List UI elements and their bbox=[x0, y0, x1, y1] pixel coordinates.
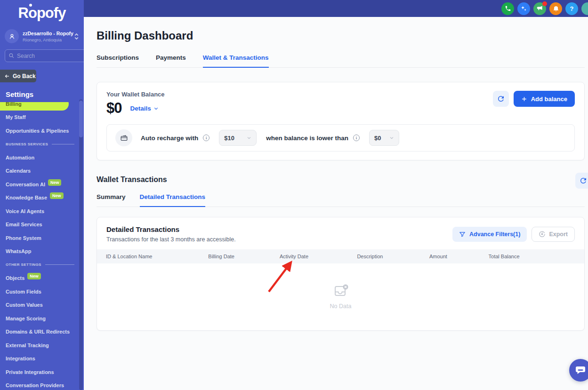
search-icon bbox=[8, 53, 15, 59]
wallet-balance-block: Your Wallet Balance $0 Details bbox=[106, 91, 165, 117]
detailed-transactions-title: Detailed Transactions bbox=[106, 225, 236, 233]
new-badge: New bbox=[50, 192, 64, 199]
settings-menu: Billing My Staff Opportunities & Pipelin… bbox=[0, 102, 84, 390]
sidebar-item-conversation-providers[interactable]: Conversation Providers bbox=[0, 379, 84, 390]
section-other-settings: OTHER SETTINGS bbox=[0, 258, 84, 272]
tab-wallet-transactions[interactable]: Wallet & Transactions bbox=[203, 54, 269, 68]
megaphone-glyph bbox=[537, 5, 543, 12]
recharge-threshold-select[interactable]: $0 bbox=[369, 130, 399, 146]
sidebar-item-custom-fields[interactable]: Custom Fields bbox=[0, 285, 84, 299]
info-icon[interactable]: i bbox=[353, 135, 360, 141]
phone-icon[interactable] bbox=[501, 2, 514, 15]
sidebar-item-phone-system[interactable]: Phone System bbox=[0, 231, 84, 245]
user-avatar[interactable] bbox=[581, 2, 588, 15]
sidebar-item-objects[interactable]: ObjectsNew bbox=[0, 271, 84, 285]
col-activity-date: Activity Date bbox=[280, 254, 357, 259]
sidebar-item-email-services[interactable]: Email Services bbox=[0, 218, 84, 231]
sidebar-item-external-tracking[interactable]: External Tracking bbox=[0, 339, 84, 352]
search-input[interactable] bbox=[17, 53, 84, 59]
no-data-icon bbox=[332, 282, 349, 299]
detailed-transactions-card: Detailed Transactions Transactions for t… bbox=[97, 217, 585, 331]
section-business-services: BUSINESS SERVICES bbox=[0, 137, 84, 151]
person-icon bbox=[8, 32, 16, 40]
chat-bubble-icon bbox=[575, 365, 586, 376]
sidebar-item-automation[interactable]: Automation bbox=[0, 151, 84, 165]
wallet-balance-amount: $0 bbox=[106, 100, 121, 117]
sidebar-item-integrations[interactable]: Integrations bbox=[0, 352, 84, 366]
logo-dot bbox=[29, 4, 32, 7]
settings-heading: Settings bbox=[6, 90, 84, 98]
transactions-table-header: ID & Location Name Billing Date Activity… bbox=[97, 249, 584, 263]
sidebar-item-domains-url-redirects[interactable]: Domains & URL Redirects bbox=[0, 325, 84, 339]
arrow-left-icon bbox=[4, 73, 10, 79]
credit-card-icon bbox=[120, 134, 128, 142]
sidebar-item-private-integrations[interactable]: Private Integrations bbox=[0, 366, 84, 379]
account-switcher[interactable]: zzDesarrollo - Ropofy Rionegro, Antioqui… bbox=[0, 29, 84, 43]
sparkles-glyph bbox=[520, 5, 527, 12]
tab-summary[interactable]: Summary bbox=[97, 193, 126, 207]
notifications-icon[interactable] bbox=[549, 2, 562, 15]
col-description: Description bbox=[357, 254, 429, 259]
col-amount: Amount bbox=[429, 254, 489, 259]
refresh-icon bbox=[579, 176, 588, 185]
topbar: ? bbox=[84, 0, 588, 17]
refresh-balance-button[interactable] bbox=[493, 91, 509, 107]
tab-subscriptions[interactable]: Subscriptions bbox=[97, 54, 139, 67]
announcements-icon[interactable] bbox=[533, 2, 546, 15]
new-badge: New bbox=[27, 273, 41, 279]
sidebar-item-manage-scoring[interactable]: Manage Scoring bbox=[0, 312, 84, 326]
account-name: zzDesarrollo - Ropofy bbox=[23, 31, 70, 36]
sidebar-item-knowledge-base[interactable]: Knowledge BaseNew bbox=[0, 191, 84, 205]
labs-icon[interactable] bbox=[517, 2, 530, 15]
add-balance-button[interactable]: Add balance bbox=[514, 91, 575, 107]
sidebar-scrollbar-thumb[interactable] bbox=[79, 101, 83, 137]
details-link[interactable]: Details bbox=[130, 105, 158, 112]
billing-tabs: Subscriptions Payments Wallet & Transact… bbox=[97, 54, 585, 68]
main-content: Billing Dashboard Subscriptions Payments… bbox=[84, 17, 588, 390]
col-billing-date: Billing Date bbox=[208, 254, 280, 259]
advance-filters-button[interactable]: Advance Filters(1) bbox=[452, 227, 527, 242]
sidebar-item-my-staff[interactable]: My Staff bbox=[0, 111, 84, 124]
section-divider bbox=[45, 264, 74, 265]
auto-recharge-prefix: Auto recharge with bbox=[141, 135, 198, 142]
wallet-balance-card: Your Wallet Balance $0 Details Add balan… bbox=[97, 82, 585, 160]
go-back-button[interactable]: Go Back bbox=[0, 70, 36, 82]
card-recharge-icon bbox=[115, 129, 132, 146]
wallet-balance-label: Your Wallet Balance bbox=[106, 91, 165, 98]
chevron-down-icon bbox=[389, 135, 394, 140]
sidebar-item-custom-values[interactable]: Custom Values bbox=[0, 298, 84, 312]
recharge-amount-select[interactable]: $10 bbox=[219, 130, 257, 146]
search-box[interactable]: ctrl K bbox=[5, 49, 84, 62]
bell-glyph bbox=[553, 5, 559, 12]
new-badge: New bbox=[48, 179, 62, 186]
sidebar-item-opportunities-pipelines[interactable]: Opportunities & Pipelines bbox=[0, 124, 84, 138]
page-title: Billing Dashboard bbox=[97, 29, 585, 42]
sidebar-item-whatsapp[interactable]: WhatsApp bbox=[0, 245, 84, 258]
auto-recharge-middle: when balance is lower than bbox=[266, 135, 348, 142]
transactions-tabs: Summary Detailed Transactions bbox=[97, 193, 585, 207]
sidebar-item-conversation-ai[interactable]: Conversation AINew bbox=[0, 178, 84, 191]
tab-detailed-transactions[interactable]: Detailed Transactions bbox=[140, 193, 206, 207]
chevron-down-icon bbox=[247, 135, 251, 140]
sidebar-item-voice-ai-agents[interactable]: Voice AI Agents bbox=[0, 205, 84, 218]
sidebar: Ropofy zzDesarrollo - Ropofy Rionegro, A… bbox=[0, 0, 84, 390]
plus-icon bbox=[521, 96, 527, 102]
info-icon[interactable]: i bbox=[203, 135, 209, 141]
sidebar-item-billing[interactable]: Billing bbox=[0, 102, 69, 111]
auto-recharge-row: Auto recharge with i $10 when balance is… bbox=[106, 124, 575, 151]
empty-state: No Data bbox=[97, 263, 584, 330]
download-icon bbox=[539, 231, 546, 238]
chat-widget-button[interactable] bbox=[569, 359, 588, 382]
wallet-transactions-heading: Wallet Transactions bbox=[97, 175, 167, 184]
search-row: ctrl K bbox=[0, 49, 84, 62]
tab-payments[interactable]: Payments bbox=[156, 54, 186, 67]
sidebar-scrollbar-track[interactable] bbox=[79, 99, 83, 390]
refresh-transactions-button[interactable] bbox=[575, 173, 588, 189]
col-id-location-name: ID & Location Name bbox=[106, 254, 208, 259]
help-icon[interactable]: ? bbox=[565, 2, 578, 15]
sidebar-item-calendars[interactable]: Calendars bbox=[0, 164, 84, 178]
export-button[interactable]: Export bbox=[532, 227, 575, 242]
filter-funnel-icon bbox=[459, 231, 466, 238]
logo: Ropofy bbox=[0, 5, 84, 22]
refresh-icon bbox=[497, 95, 505, 103]
